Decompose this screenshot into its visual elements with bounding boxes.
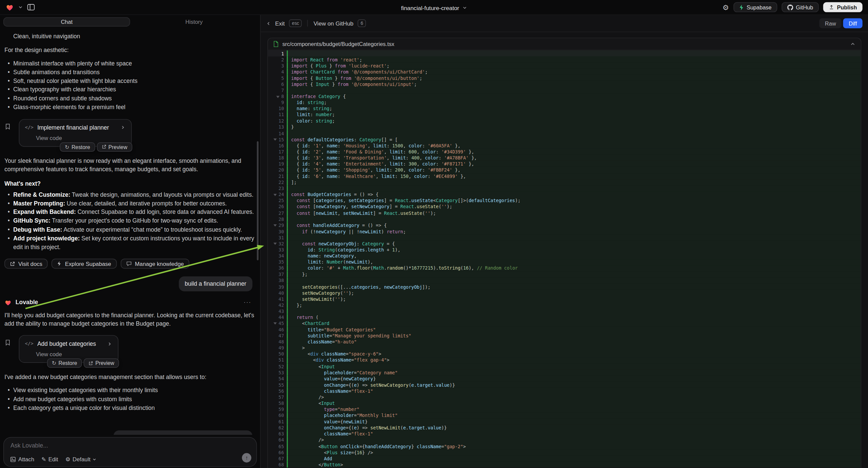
code-line[interactable]: 58 <Input bbox=[268, 400, 861, 406]
code-line[interactable]: 2import React from 'react'; bbox=[268, 56, 861, 62]
code-line[interactable]: 26 const [newCategory, setNewCategory] =… bbox=[268, 204, 861, 210]
publish-button[interactable]: Publish bbox=[823, 2, 862, 12]
code-line[interactable]: 43 bbox=[268, 308, 861, 314]
code-line[interactable]: 8interface Category { bbox=[268, 93, 861, 99]
chat-scrollbar[interactable] bbox=[257, 141, 259, 261]
lovable-logo-icon[interactable] bbox=[5, 3, 14, 11]
view-code-link[interactable]: View code bbox=[36, 350, 112, 358]
code-line[interactable]: 56 className="flex-1" bbox=[268, 388, 861, 394]
code-line[interactable]: 45 <ChartCard bbox=[268, 320, 861, 326]
code-line[interactable]: 15const defaultCategories: Category[] = … bbox=[268, 136, 861, 142]
manage-knowledge-button[interactable]: Manage knowledge bbox=[120, 259, 189, 269]
code-line[interactable]: 46 title="Budget Categories" bbox=[268, 327, 861, 333]
code-line[interactable]: 54 value={newCategory} bbox=[268, 376, 861, 382]
code-line[interactable]: 36 color: '#' + Math.floor(Math.random()… bbox=[268, 265, 861, 271]
exit-button[interactable]: Exit bbox=[275, 20, 285, 26]
code-line[interactable]: 29 const handleAddCategory = () => { bbox=[268, 222, 861, 228]
code-line[interactable]: 4import ChartCard from '@/components/ui/… bbox=[268, 69, 861, 75]
code-line[interactable]: 52 <Input bbox=[268, 363, 861, 369]
fold-toggle-icon[interactable] bbox=[276, 93, 280, 99]
code-line[interactable]: 38 bbox=[268, 277, 861, 283]
code-line[interactable]: 59 type="number" bbox=[268, 406, 861, 412]
prompt-composer[interactable]: Ask Lovable... Attach ✎ Edit ⚙ Default bbox=[3, 437, 257, 467]
model-selector[interactable]: ⚙ Default bbox=[65, 456, 97, 462]
edit-card-implement-financial-planner[interactable]: </> Implement financial planner View cod… bbox=[19, 119, 131, 146]
code-line[interactable]: 37 }; bbox=[268, 271, 861, 277]
code-line[interactable]: 12 color: string; bbox=[268, 118, 861, 124]
code-line[interactable]: 10 name: string; bbox=[268, 106, 861, 112]
code-line[interactable]: 24const BudgetCategories = () => { bbox=[268, 192, 861, 198]
code-line[interactable]: 27 const [newLimit, setNewLimit] = React… bbox=[268, 210, 861, 216]
chevron-left-icon[interactable] bbox=[267, 21, 271, 26]
send-button[interactable]: ↑ bbox=[242, 453, 251, 463]
bookmark-icon[interactable] bbox=[4, 335, 19, 347]
code-line[interactable]: 49 > bbox=[268, 345, 861, 351]
code-line[interactable]: 68 </Button> bbox=[268, 462, 861, 468]
code-line[interactable]: 47 subtitle="Manage your spending limits… bbox=[268, 333, 861, 339]
code-line[interactable]: 63 className="flex-1" bbox=[268, 431, 861, 437]
code-line[interactable]: 51 <div className="flex gap-4"> bbox=[268, 357, 861, 363]
code-line[interactable]: 6import { Input } from '@/components/ui/… bbox=[268, 81, 861, 87]
raw-toggle-button[interactable]: Raw bbox=[819, 18, 841, 28]
code-line[interactable]: 34 name: newCategory, bbox=[268, 253, 861, 259]
code-line[interactable]: 53 placeholder="Category name" bbox=[268, 370, 861, 376]
code-line[interactable]: 31 bbox=[268, 234, 861, 240]
code-line[interactable]: 40 setNewCategory(''); bbox=[268, 290, 861, 296]
code-line[interactable]: 65 <Button onClick={handleAddCategory} c… bbox=[268, 443, 861, 449]
code-line[interactable]: 25 const [categories, setCategories] = R… bbox=[268, 198, 861, 204]
fold-toggle-icon[interactable] bbox=[274, 320, 277, 326]
chat-message-list[interactable]: Clean, intuitive navigation For the desi… bbox=[0, 28, 260, 435]
github-button[interactable]: GitHub bbox=[781, 2, 819, 12]
code-line[interactable]: 23 bbox=[268, 185, 861, 192]
preview-button[interactable]: Preview bbox=[97, 142, 132, 152]
visit-docs-button[interactable]: Visit docs bbox=[4, 259, 48, 269]
code-line[interactable]: 16 { id: '1', name: 'Housing', limit: 15… bbox=[268, 142, 861, 148]
code-line[interactable]: 30 if (!newCategory || !newLimit) return… bbox=[268, 228, 861, 234]
chevron-up-icon[interactable] bbox=[850, 41, 855, 47]
code-line[interactable]: 66 <Plus size={16} /> bbox=[268, 449, 861, 455]
code-line[interactable]: 11 limit: number; bbox=[268, 112, 861, 118]
code-line[interactable]: 64 /> bbox=[268, 437, 861, 443]
code-line[interactable]: 1 bbox=[268, 50, 861, 56]
view-on-github-link[interactable]: View on GitHub bbox=[313, 20, 353, 26]
code-line[interactable]: 19 { id: '4', name: 'Entertainment', lim… bbox=[268, 161, 861, 167]
restore-button[interactable]: ↻ Restore bbox=[47, 358, 82, 368]
code-line[interactable]: 21 { id: '6', name: 'Healthcare', limit:… bbox=[268, 173, 861, 179]
code-editor[interactable]: 12import React from 'react';3import { Pl… bbox=[268, 50, 861, 468]
code-line[interactable]: 32 const newCategoryObj: Category = { bbox=[268, 241, 861, 247]
code-line[interactable]: 33 id: String(categories.length + 1), bbox=[268, 247, 861, 253]
code-line[interactable]: 42 }; bbox=[268, 302, 861, 308]
bookmark-icon[interactable] bbox=[4, 119, 19, 130]
sidebar-toggle-icon[interactable] bbox=[27, 4, 35, 11]
preview-button[interactable]: Preview bbox=[84, 358, 119, 368]
code-line[interactable]: 17 { id: '2', name: 'Food & Dining', lim… bbox=[268, 149, 861, 155]
code-line[interactable]: 60 placeholder="Monthly limit" bbox=[268, 413, 861, 419]
supabase-button[interactable]: Supabase bbox=[734, 2, 777, 12]
code-line[interactable]: 5import { Button } from '@/components/ui… bbox=[268, 75, 861, 81]
code-line[interactable]: 9 id: string; bbox=[268, 99, 861, 106]
code-line[interactable]: 39 setCategories([...categories, newCate… bbox=[268, 284, 861, 290]
code-line[interactable]: 13} bbox=[268, 124, 861, 130]
settings-gear-icon[interactable]: ⚙ bbox=[722, 4, 729, 11]
explore-supabase-button[interactable]: Explore Supabase bbox=[52, 259, 117, 269]
file-header[interactable]: src/components/budget/BudgetCategories.t… bbox=[268, 38, 861, 50]
code-line[interactable]: 35 limit: Number(newLimit), bbox=[268, 259, 861, 265]
code-line[interactable]: 7 bbox=[268, 87, 861, 93]
edit-mode-button[interactable]: ✎ Edit bbox=[41, 456, 58, 462]
code-line[interactable]: 22]; bbox=[268, 179, 861, 185]
workspace-chevron-icon[interactable] bbox=[18, 5, 23, 9]
restore-button[interactable]: ↻ Restore bbox=[60, 142, 95, 152]
code-line[interactable]: 44 return ( bbox=[268, 314, 861, 320]
code-line[interactable]: 3import { Plus } from 'lucide-react'; bbox=[268, 63, 861, 69]
diff-toggle-button[interactable]: Diff bbox=[843, 18, 862, 28]
code-line[interactable]: 20 { id: '5', name: 'Shopping', limit: 2… bbox=[268, 167, 861, 173]
code-line[interactable]: 18 { id: '3', name: 'Transportation', li… bbox=[268, 155, 861, 161]
view-code-link[interactable]: View code bbox=[36, 134, 125, 142]
code-line[interactable]: 50 <div className="space-y-6"> bbox=[268, 351, 861, 357]
code-line[interactable]: 48 className="h-auto" bbox=[268, 339, 861, 345]
code-line[interactable]: 14 bbox=[268, 130, 861, 136]
code-line[interactable]: 67 Add bbox=[268, 455, 861, 461]
code-line[interactable]: 55 onChange={(e) => setNewCategory(e.tar… bbox=[268, 382, 861, 388]
tab-chat[interactable]: Chat bbox=[3, 17, 130, 27]
code-line[interactable]: 62 onChange={(e) => setNewLimit(e.target… bbox=[268, 425, 861, 431]
